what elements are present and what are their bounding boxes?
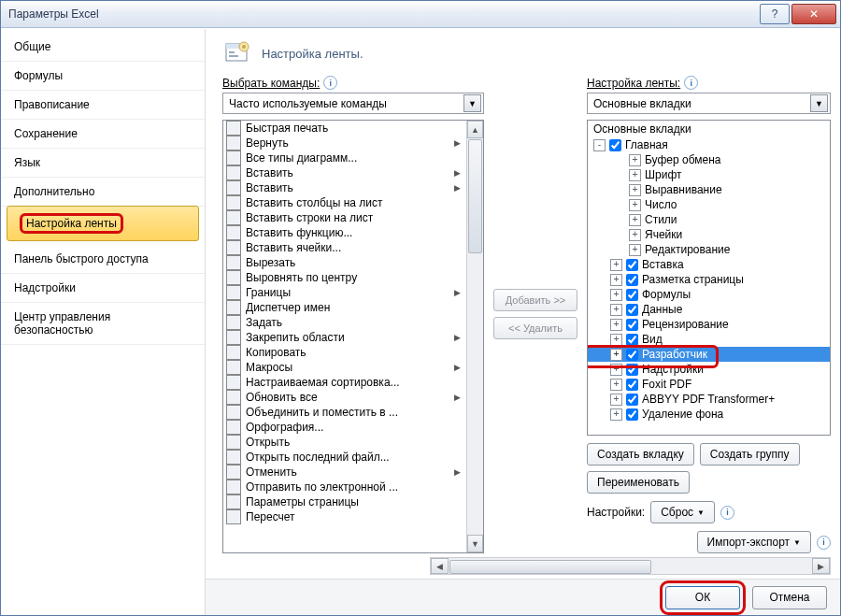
new-group-button[interactable]: Создать группу [700,443,800,466]
command-item[interactable]: Отменить▶ [223,465,466,480]
expand-icon[interactable]: + [610,364,622,376]
tree-node[interactable]: +Разработчик [588,347,830,362]
help-button[interactable]: ? [760,4,790,24]
tree-checkbox[interactable] [626,304,638,316]
tree-node[interactable]: +ABBYY PDF Transformer+ [588,392,830,407]
tree-node[interactable]: +Вставка [588,257,830,272]
ok-button[interactable]: ОК [665,586,740,609]
new-tab-button[interactable]: Создать вкладку [587,443,694,466]
scroll-thumb[interactable] [468,139,482,253]
add-button[interactable]: Добавить >> [493,289,577,311]
rename-button[interactable]: Переименовать [587,471,690,494]
tree-checkbox[interactable] [626,319,638,331]
expand-icon[interactable]: + [610,408,622,421]
command-item[interactable]: Вернуть▶ [223,136,466,150]
tree-checkbox[interactable] [626,289,638,301]
expand-icon[interactable]: + [610,394,622,406]
tree-checkbox[interactable] [626,334,638,346]
tree-checkbox[interactable] [626,274,638,286]
tree-node[interactable]: +Выравнивание [588,182,830,197]
customize-ribbon-combo[interactable]: Основные вкладки ▼ [587,93,831,114]
command-item[interactable]: Все типы диаграмм... [223,150,466,165]
info-icon[interactable]: i [817,536,831,550]
expand-icon[interactable]: + [629,154,641,166]
expand-icon[interactable]: + [629,214,641,226]
command-item[interactable]: Выровнять по центру [223,270,466,285]
sidebar-item[interactable]: Панель быстрого доступа [1,245,205,274]
tree-node[interactable]: +Редактирование [588,242,830,257]
command-item[interactable]: Вставить▶ [223,165,466,180]
command-item[interactable]: Параметры страницы [223,494,466,509]
commands-scrollbar[interactable]: ▲ ▼ [466,121,483,552]
reset-button[interactable]: Сброс▼ [650,501,715,523]
scroll-thumb[interactable] [449,560,651,574]
expand-icon[interactable]: + [629,169,641,181]
expand-icon[interactable]: + [610,379,622,391]
tree-node[interactable]: +Число [588,197,830,212]
command-item[interactable]: Макросы▶ [223,360,466,375]
scroll-down-icon[interactable]: ▼ [467,535,483,552]
tree-node[interactable]: +Рецензирование [588,317,830,332]
scroll-right-icon[interactable]: ▶ [812,558,830,574]
expand-icon[interactable]: - [593,139,606,151]
tree-checkbox[interactable] [626,364,638,376]
expand-icon[interactable]: + [629,199,641,211]
sidebar-item[interactable]: Дополнительно [1,178,205,207]
tree-node[interactable]: +Разметка страницы [588,272,830,287]
tree-node[interactable]: +Ячейки [588,227,830,242]
sidebar-item[interactable]: Язык [1,149,205,178]
tree-node[interactable]: +Удаление фона [588,407,830,422]
scroll-left-icon[interactable]: ◀ [431,558,449,574]
sidebar-item[interactable]: Правописание [1,91,205,120]
info-icon[interactable]: i [684,76,698,90]
command-item[interactable]: Отправить по электронной ... [223,480,466,494]
command-item[interactable]: Пересчет [223,509,466,524]
expand-icon[interactable]: + [610,274,622,286]
command-item[interactable]: Копировать [223,345,466,360]
sidebar-item[interactable]: Центр управления безопасностью [1,303,205,345]
tree-node[interactable]: +Foxit PDF [588,377,830,392]
expand-icon[interactable]: + [610,334,622,346]
tree-node[interactable]: +Шрифт [588,167,830,182]
command-item[interactable]: Вырезать [223,255,466,270]
sidebar-item[interactable]: Формулы [1,62,205,91]
command-item[interactable]: Границы▶ [223,285,466,300]
expand-icon[interactable]: + [629,184,641,196]
tree-node[interactable]: +Надстройки [588,362,830,377]
command-item[interactable]: Закрепить области▶ [223,330,466,345]
tree-node[interactable]: +Вид [588,332,830,347]
command-item[interactable]: Вставить столбцы на лист [223,195,466,210]
horizontal-scrollbar[interactable]: ◀ ▶ [430,557,831,575]
tree-checkbox[interactable] [626,379,638,391]
info-icon[interactable]: i [720,506,734,520]
command-item[interactable]: Задать [223,315,466,330]
command-item[interactable]: Вставить ячейки... [223,240,466,255]
expand-icon[interactable]: + [610,259,622,271]
sidebar-item[interactable]: Настройка ленты [7,206,199,241]
expand-icon[interactable]: + [610,319,622,331]
tree-node[interactable]: +Данные [588,302,830,317]
remove-button[interactable]: << Удалить [493,317,577,339]
choose-commands-combo[interactable]: Часто используемые команды ▼ [222,93,484,114]
info-icon[interactable]: i [323,76,337,90]
tree-checkbox[interactable] [626,394,638,406]
tree-node[interactable]: +Буфер обмена [588,152,830,167]
tree-checkbox[interactable] [609,139,621,151]
command-item[interactable]: Объединить и поместить в ... [223,405,466,420]
sidebar-item[interactable]: Надстройки [1,274,205,303]
command-item[interactable]: Вставить функцию... [223,225,466,240]
command-item[interactable]: Орфография... [223,420,466,435]
command-item[interactable]: Вставить▶ [223,180,466,195]
command-item[interactable]: Настраиваемая сортировка... [223,375,466,390]
ribbon-tree[interactable]: Основные вкладки-Главная+Буфер обмена+Шр… [587,120,831,436]
close-button[interactable]: ✕ [791,4,836,24]
command-item[interactable]: Диспетчер имен [223,300,466,315]
tree-node[interactable]: +Формулы [588,287,830,302]
expand-icon[interactable]: + [629,244,641,256]
command-item[interactable]: Обновить все▶ [223,390,466,405]
commands-listbox[interactable]: Быстрая печатьВернуть▶Все типы диаграмм.… [222,120,484,553]
tree-node[interactable]: -Главная [588,137,830,152]
expand-icon[interactable]: + [610,349,622,361]
expand-icon[interactable]: + [610,304,622,316]
tree-checkbox[interactable] [626,408,638,421]
